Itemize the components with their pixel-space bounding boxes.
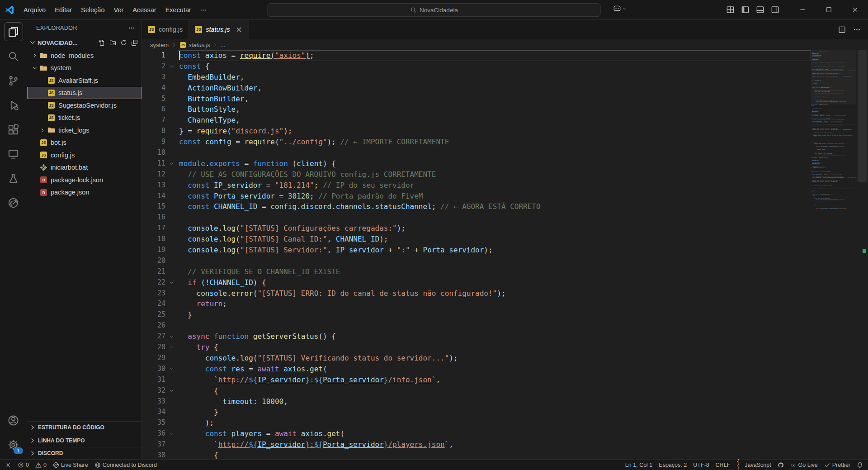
panel-discord[interactable]: DISCORD (27, 447, 142, 460)
code-line-27[interactable]: 27 async function getServerStatus() { (142, 331, 811, 342)
code-line-30[interactable]: 30 const res = await axios.get( (142, 364, 811, 375)
code-line-31[interactable]: 31 `http://${IP_servidor}:${Porta_servid… (142, 375, 811, 385)
code-line-18[interactable]: 18 console.log("[STATUS] Canal ID:", CHA… (142, 234, 811, 245)
close-icon[interactable] (235, 26, 243, 33)
code-line-21[interactable]: 21 // VERIFIQUE SE O CHANNEL_ID EXISTE (142, 266, 811, 277)
code-line-24[interactable]: 24 return; (142, 299, 811, 309)
menu-executar[interactable]: Executar (161, 4, 196, 16)
code-line-6[interactable]: 6 ButtonStyle, (142, 104, 811, 115)
code-line-13[interactable]: 13 const IP_servidor = "181.214"; // IP … (142, 180, 811, 191)
new-file-icon[interactable] (99, 39, 105, 46)
status-prettier[interactable]: Prettier (821, 462, 854, 468)
breadcrumb-item[interactable]: ... (221, 42, 226, 48)
panel-estrutura-do-c-digo[interactable]: ESTRUTURA DO CÓDIGO (27, 421, 142, 434)
code-line-10[interactable]: 10 (142, 147, 811, 158)
new-folder-icon[interactable] (109, 39, 116, 46)
code-line-14[interactable]: 14 const Porta_servidor = 30120; // Port… (142, 191, 811, 202)
chevron-down-icon[interactable] (31, 64, 39, 71)
panel-linha-do-tempo[interactable]: LINHA DO TEMPO (27, 434, 142, 447)
fold-chevron-icon[interactable] (165, 277, 178, 288)
code-line-1[interactable]: 1const axios = require("axios"); (142, 50, 811, 61)
tree-item-status-js[interactable]: JSstatus.js (27, 87, 142, 100)
status-warnings-count[interactable]: 0 (32, 462, 50, 468)
tree-item-bot-js[interactable]: JSbot.js (27, 137, 142, 149)
fold-chevron-icon[interactable] (165, 364, 178, 375)
fold-chevron-icon[interactable] (165, 385, 178, 396)
code-line-26[interactable]: 26 (142, 320, 811, 331)
collapse-all-icon[interactable] (131, 39, 138, 46)
fold-chevron-icon[interactable] (165, 331, 178, 342)
sidebar-more-actions-icon[interactable] (128, 24, 135, 32)
window-maximize-button[interactable] (816, 0, 842, 19)
scrollbar-slider[interactable] (858, 50, 867, 182)
code-line-23[interactable]: 23 console.error("[STATUS] ERRO: ID do c… (142, 288, 811, 299)
code-line-22[interactable]: 22 if (!CHANNEL_ID) { (142, 277, 811, 288)
status-discord-status[interactable]: Connected to Discord (91, 462, 160, 468)
status-encoding[interactable]: UTF-8 (690, 462, 712, 468)
tree-item-package-json[interactable]: npackage.json (27, 186, 142, 199)
code-line-5[interactable]: 5 ButtonBuilder, (142, 94, 811, 104)
tree-item-avaliarstaff-js[interactable]: JSAvaliarStaff.js (27, 74, 142, 87)
tree-item-sugestaoservidor-js[interactable]: JSSugestaoServidor.js (27, 99, 142, 112)
status-live-share[interactable]: Live Share (50, 462, 91, 468)
code-line-34[interactable]: 34 } (142, 407, 811, 418)
code-line-8[interactable]: 8} = require("discord.js"); (142, 126, 811, 137)
minimap-slider[interactable] (811, 50, 856, 104)
status-remote-indicator[interactable] (2, 462, 14, 468)
activity-testing[interactable] (0, 166, 27, 190)
command-center-search[interactable]: NovaCidadela (268, 3, 601, 17)
code-line-20[interactable]: 20 (142, 256, 811, 266)
code-line-36[interactable]: 36 const players = await axios.get( (142, 428, 811, 439)
window-close-button[interactable] (842, 0, 868, 19)
tree-item-node-modules[interactable]: node_modules (27, 49, 142, 62)
code-line-19[interactable]: 19 console.log("[STATUS] Servidor:", IP_… (142, 245, 811, 256)
activity-explorer[interactable] (0, 19, 27, 44)
refresh-icon[interactable] (120, 39, 127, 46)
activity-remote-explorer[interactable] (0, 142, 27, 166)
activity-run-debug[interactable] (0, 93, 27, 117)
code-line-32[interactable]: 32 { (142, 385, 811, 396)
status-language-mode[interactable]: { }JavaScript (733, 462, 774, 468)
status-cursor-position[interactable]: Ln 1, Col 1 (622, 462, 656, 468)
activity-live-share[interactable] (0, 190, 27, 215)
layout-sidebar-left-icon[interactable] (739, 4, 751, 16)
code-line-4[interactable]: 4 ActionRowBuilder, (142, 83, 811, 94)
tab-config-js[interactable]: JSconfig.js (142, 19, 189, 39)
layout-panel-icon[interactable] (754, 4, 766, 16)
status-eol[interactable]: CRLF (712, 462, 734, 468)
status-notifications[interactable] (854, 462, 866, 468)
menu-acessar[interactable]: Acessar (128, 4, 160, 16)
menu-editar[interactable]: Editar (50, 4, 76, 16)
status-indentation[interactable]: Espaços: 2 (656, 462, 690, 468)
code-line-29[interactable]: 29 console.log("[STATUS] Verificando sta… (142, 353, 811, 364)
layout-customize-icon[interactable] (724, 4, 736, 16)
code-line-28[interactable]: 28 try { (142, 342, 811, 353)
status-github[interactable] (774, 462, 787, 468)
code-line-25[interactable]: 25 } (142, 309, 811, 320)
fold-chevron-icon[interactable] (165, 342, 178, 353)
fold-chevron-icon[interactable] (165, 428, 178, 439)
code-line-33[interactable]: 33 timeout: 10000, (142, 396, 811, 407)
fold-chevron-icon[interactable] (165, 61, 178, 72)
status-go-live[interactable]: Go Live (787, 462, 821, 468)
code-line-3[interactable]: 3 EmbedBuilder, (142, 72, 811, 83)
code-line-37[interactable]: 37 `http://${IP_servidor}:${Porta_servid… (142, 439, 811, 450)
activity-accounts[interactable] (0, 408, 27, 432)
chevron-right-icon[interactable] (31, 52, 39, 59)
activity-search[interactable] (0, 44, 27, 68)
code-line-9[interactable]: 9const config = require("../config"); //… (142, 137, 811, 147)
menu--[interactable]: ⋯ (196, 4, 212, 16)
breadcrumb-item[interactable]: JSstatus.js (179, 41, 210, 48)
code-line-38[interactable]: 38 { (142, 450, 811, 460)
code-line-11[interactable]: 11module.exports = function (client) { (142, 158, 811, 169)
menu-arquivo[interactable]: Arquivo (19, 4, 50, 16)
minimap[interactable]: const axios = require("axios");const { E… (811, 50, 856, 460)
tree-item-config-js[interactable]: JSconfig.js (27, 149, 142, 161)
window-minimize-button[interactable] (789, 0, 816, 19)
layout-sidebar-right-icon[interactable] (769, 4, 781, 16)
code-line-17[interactable]: 17 console.log("[STATUS] Configurações c… (142, 223, 811, 234)
code-line-12[interactable]: 12 // USE AS CONFIGURAÇÕES DO ARQUIVO co… (142, 169, 811, 180)
code-line-2[interactable]: 2const { (142, 61, 811, 72)
workspace-header[interactable]: NOVACIDAD... (27, 37, 142, 48)
code-line-15[interactable]: 15 const CHANNEL_ID = config.discord.cha… (142, 201, 811, 212)
